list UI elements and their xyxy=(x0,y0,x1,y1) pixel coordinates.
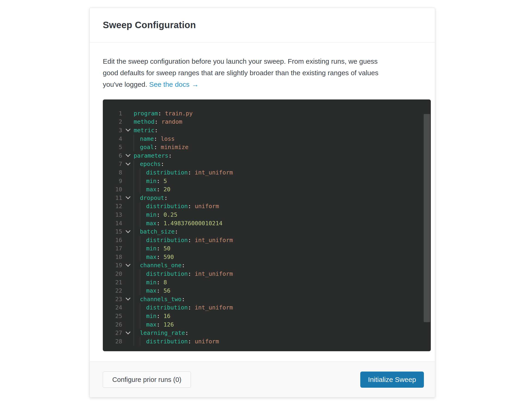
line-number: 25 xyxy=(103,313,122,319)
code-text[interactable]: min: 16 xyxy=(134,312,170,320)
code-line[interactable]: 8distribution: int_uniform xyxy=(103,168,431,177)
indent-guide xyxy=(134,337,140,346)
code-line[interactable]: 16distribution: int_uniform xyxy=(103,236,431,244)
code-text[interactable]: min: 5 xyxy=(134,177,167,185)
fold-toggle[interactable] xyxy=(122,155,134,156)
code-line[interactable]: 14max: 1.498376000010214 xyxy=(103,219,431,228)
code-text[interactable]: max: 590 xyxy=(134,253,174,261)
indent-guide xyxy=(140,270,146,278)
fold-toggle[interactable] xyxy=(122,163,134,165)
code-text[interactable]: distribution: int_uniform xyxy=(134,236,233,244)
editor-scrollbar-thumb[interactable] xyxy=(424,114,430,322)
fold-toggle[interactable] xyxy=(122,197,134,198)
code-line[interactable]: 13min: 0.25 xyxy=(103,211,431,219)
code-line[interactable]: 23channels_two: xyxy=(103,295,431,304)
code-line[interactable]: 2method: random xyxy=(103,118,431,126)
code-line[interactable]: 17min: 50 xyxy=(103,244,431,253)
configure-prior-runs-button[interactable]: Configure prior runs (0) xyxy=(103,372,191,388)
code-line[interactable]: 6parameters: xyxy=(103,151,431,160)
code-line[interactable]: 22max: 56 xyxy=(103,286,431,295)
code-line[interactable]: 26max: 126 xyxy=(103,320,431,329)
code-text[interactable]: name: loss xyxy=(134,135,175,143)
line-number: 22 xyxy=(103,287,122,294)
fold-toggle[interactable] xyxy=(122,298,134,300)
code-text[interactable]: batch_size: xyxy=(134,227,178,236)
code-text[interactable]: goal: minimize xyxy=(134,143,188,151)
chevron-down-icon xyxy=(125,296,130,300)
code-line[interactable]: 21min: 8 xyxy=(103,278,431,287)
code-text[interactable]: method: random xyxy=(134,118,182,126)
code-text[interactable]: distribution: int_uniform xyxy=(134,304,233,312)
code-tokens: distribution: uniform xyxy=(146,202,219,211)
code-tokens: max: 590 xyxy=(146,253,174,261)
code-tokens: method: random xyxy=(134,118,182,126)
code-text[interactable]: dropout: xyxy=(134,194,168,202)
description-line-text: you've logged. xyxy=(103,81,147,88)
code-tokens: metric: xyxy=(134,126,158,135)
code-text[interactable]: min: 0.25 xyxy=(134,211,177,219)
code-text[interactable]: distribution: uniform xyxy=(134,337,219,346)
indent-guide xyxy=(134,168,140,177)
code-text[interactable]: min: 8 xyxy=(134,278,167,287)
code-line[interactable]: 28distribution: uniform xyxy=(103,337,431,346)
code-text[interactable]: min: 50 xyxy=(134,244,170,253)
code-line[interactable]: 15batch_size: xyxy=(103,227,431,236)
line-number: 19 xyxy=(103,262,122,269)
code-tokens: max: 20 xyxy=(146,185,170,194)
code-line[interactable]: 12distribution: uniform xyxy=(103,202,431,211)
chevron-down-icon xyxy=(125,152,130,157)
code-text[interactable]: metric: xyxy=(134,126,158,135)
indent-guide xyxy=(134,304,140,312)
page-title: Sweep Configuration xyxy=(103,20,196,30)
chevron-down-icon xyxy=(125,330,130,334)
code-line[interactable]: 10max: 20 xyxy=(103,185,431,194)
yaml-code-editor[interactable]: 1program: train.py2method: random3metric… xyxy=(103,100,431,351)
fold-toggle[interactable] xyxy=(122,231,134,232)
code-text[interactable]: distribution: int_uniform xyxy=(134,168,233,177)
line-number: 20 xyxy=(103,271,122,277)
see-the-docs-link[interactable]: See the docs→ xyxy=(149,81,199,88)
code-line[interactable]: 7epochs: xyxy=(103,160,431,169)
code-line[interactable]: 3metric: xyxy=(103,126,431,135)
indent-guide xyxy=(134,329,140,337)
line-number: 2 xyxy=(103,118,122,125)
indent-guide xyxy=(134,244,140,253)
code-text[interactable]: max: 56 xyxy=(134,286,170,295)
code-line[interactable]: 4name: loss xyxy=(103,135,431,143)
code-tokens: program: train.py xyxy=(134,109,193,118)
fold-toggle[interactable] xyxy=(122,332,134,334)
code-line[interactable]: 24distribution: int_uniform xyxy=(103,304,431,312)
code-line[interactable]: 19channels_one: xyxy=(103,261,431,270)
code-tokens: min: 0.25 xyxy=(146,211,177,219)
code-tokens: distribution: int_uniform xyxy=(146,168,233,177)
fold-toggle[interactable] xyxy=(122,265,134,266)
line-number: 18 xyxy=(103,254,122,260)
code-text[interactable]: channels_two: xyxy=(134,295,185,304)
code-line[interactable]: 27learning_rate: xyxy=(103,329,431,337)
code-text[interactable]: distribution: uniform xyxy=(134,202,219,211)
code-line[interactable]: 20distribution: int_uniform xyxy=(103,270,431,278)
code-tokens: distribution: uniform xyxy=(146,337,219,346)
code-line[interactable]: 11dropout: xyxy=(103,194,431,202)
code-line[interactable]: 5goal: minimize xyxy=(103,143,431,151)
code-line[interactable]: 9min: 5 xyxy=(103,177,431,185)
code-text[interactable]: epochs: xyxy=(134,160,164,169)
code-text[interactable]: distribution: int_uniform xyxy=(134,270,233,278)
code-tokens: channels_two: xyxy=(140,295,185,304)
fold-toggle[interactable] xyxy=(122,129,134,131)
code-text[interactable]: learning_rate: xyxy=(134,329,188,337)
code-text[interactable]: max: 20 xyxy=(134,185,170,194)
code-tokens: distribution: int_uniform xyxy=(146,236,233,244)
code-text[interactable]: channels_one: xyxy=(134,261,185,270)
code-text[interactable]: program: train.py xyxy=(134,109,193,118)
code-text[interactable]: max: 1.498376000010214 xyxy=(134,219,222,228)
code-text[interactable]: max: 126 xyxy=(134,320,174,329)
line-number: 12 xyxy=(103,203,122,210)
code-line[interactable]: 1program: train.py xyxy=(103,109,431,118)
initialize-sweep-button[interactable]: Initialize Sweep xyxy=(360,372,424,388)
code-line[interactable]: 18max: 590 xyxy=(103,253,431,261)
indent-guide xyxy=(140,286,146,295)
code-line[interactable]: 25min: 16 xyxy=(103,312,431,320)
code-tokens: max: 126 xyxy=(146,320,174,329)
code-text[interactable]: parameters: xyxy=(134,151,172,160)
